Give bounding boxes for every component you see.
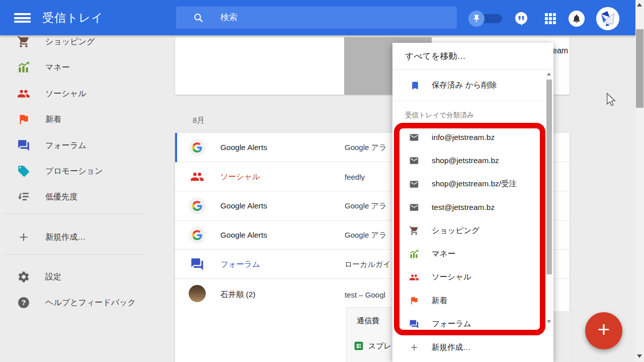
dropdown-item-label: ショッピング (432, 226, 479, 236)
people-icon[interactable] (189, 168, 206, 185)
sidebar-item-forums[interactable]: フォーラム (0, 132, 151, 159)
envelope-icon (409, 179, 419, 189)
flag-icon (409, 296, 419, 306)
email-snippet: Google アラ (345, 201, 393, 210)
shopping-cart-icon (17, 35, 30, 48)
notifications-button[interactable] (569, 11, 585, 27)
apps-grid-icon[interactable] (545, 13, 556, 24)
compose-fab-button[interactable]: + (585, 312, 622, 349)
email-snippet: Google アラ (345, 142, 393, 152)
sidebar-item-label: ショッピング (45, 37, 95, 47)
app-header: 受信トレイ 検索 (0, 0, 635, 35)
scroll-down-arrow-icon[interactable] (637, 354, 642, 358)
truncated-address-text: eam (552, 46, 568, 55)
plus-icon: + (585, 312, 622, 347)
money-chart-icon (409, 249, 419, 259)
google-logo-icon[interactable] (189, 197, 206, 214)
dropdown-item-remove-saved[interactable]: 保存済み から削除 (392, 70, 553, 101)
sidebar-item-lowpriority[interactable]: 低優先度 (0, 184, 151, 210)
search-placeholder: 検索 (220, 7, 237, 29)
dropdown-item-label-shop[interactable]: shop@jetstream.bz (392, 149, 553, 172)
scroll-up-arrow-icon[interactable] (637, 3, 642, 7)
dropdown-item-social[interactable]: ソーシャル (392, 266, 553, 289)
pin-toggle-knob[interactable] (468, 11, 485, 27)
sidebar-item-label: 設定 (45, 272, 61, 282)
dropdown-item-label-shop-orders[interactable]: shop@jetstream.bz/受注 (392, 173, 553, 196)
pushpin-icon (472, 14, 481, 23)
email-snippet: test – Googl (345, 291, 393, 299)
dropdown-item-label-test[interactable]: test@jetstream.bz (392, 196, 553, 219)
shopping-cart-icon (409, 226, 419, 236)
email-snippet: feedly (345, 172, 393, 181)
dropdown-item-create-new[interactable]: 新規作成… (392, 335, 553, 359)
envelope-icon (409, 132, 419, 142)
hangouts-button[interactable] (513, 11, 529, 27)
sidebar-item-settings[interactable]: 設定 (0, 264, 151, 290)
sidebar-item-money[interactable]: マネー (0, 54, 151, 81)
envelope-icon (409, 156, 419, 166)
tag-icon (17, 165, 30, 178)
dropdown-title[interactable]: すべてを移動… (392, 43, 553, 69)
conversation-subject: 通信費 (357, 316, 379, 326)
dropdown-item-money[interactable]: マネー (392, 242, 553, 265)
hangouts-icon (513, 11, 529, 27)
dropdown-item-label: test@jetstream.bz (432, 203, 495, 212)
plus-icon (17, 231, 30, 244)
scroll-down-arrow-icon[interactable] (547, 320, 551, 323)
app-screen: ショッピング マネー ソーシャル 新着 フォーラム プロモーション 低優先度 (0, 0, 644, 362)
page-title: 受信トレイ (42, 0, 104, 35)
scroll-up-arrow-icon[interactable] (547, 73, 551, 76)
dropdown-item-label: ソーシャル (432, 272, 471, 282)
google-logo-icon[interactable] (189, 139, 206, 156)
dropdown-item-label: 新規作成… (432, 342, 471, 353)
gear-icon (17, 270, 30, 283)
sidebar-divider (4, 213, 146, 214)
sidebar-item-create-new[interactable]: 新規作成… (0, 224, 151, 250)
google-logo-icon[interactable] (189, 227, 206, 244)
people-icon (409, 272, 419, 282)
mouse-cursor (605, 93, 617, 107)
flag-icon (17, 113, 30, 126)
email-sender: 石井順 (2) (220, 289, 256, 300)
people-icon (17, 87, 30, 100)
sidebar-item-help[interactable]: ヘルプとフィードバック (0, 289, 151, 316)
dropdown-item-label: マネー (432, 249, 455, 259)
bookmark-icon (410, 81, 420, 91)
sidebar-item-label: マネー (45, 62, 70, 73)
email-sender: Google Alerts (220, 201, 267, 210)
sidebar-item-social[interactable]: ソーシャル (0, 81, 151, 107)
account-avatar[interactable] (596, 7, 619, 30)
email-sender: フォーラム (220, 259, 260, 269)
move-to-dropdown: すべてを移動… 保存済み から削除 受信トレイで分類済み info@jetstr… (392, 43, 553, 362)
help-icon (17, 296, 30, 309)
sidebar-item-promos[interactable]: プロモーション (0, 158, 151, 184)
low-priority-icon (17, 190, 30, 203)
avatar[interactable] (189, 285, 206, 302)
dropdown-item-label: shop@jetstream.bz (432, 156, 499, 165)
dropdown-item-label-info[interactable]: info@jetstream.bz (392, 126, 553, 149)
forum-icon (17, 139, 30, 152)
sidebar-item-label: 新規作成… (45, 232, 86, 243)
sidebar-item-updates[interactable]: 新着 (0, 106, 151, 132)
attachment-chip[interactable]: スプレ (354, 341, 391, 351)
dropdown-item-forums[interactable]: フォーラム (392, 312, 553, 335)
sidebar-item-label: ヘルプとフィードバック (45, 298, 136, 308)
sidebar-item-label: プロモーション (45, 166, 103, 177)
forum-icon[interactable] (189, 256, 206, 273)
dropdown-scrollbar-thumb[interactable] (546, 80, 552, 274)
email-sender: ソーシャル (220, 171, 260, 182)
selection-bar (175, 133, 177, 162)
money-chart-icon (17, 61, 30, 74)
spreadsheet-icon (354, 341, 364, 351)
dropdown-item-label: 新着 (432, 296, 447, 306)
dropdown-item-shopping[interactable]: ショッピング (392, 219, 553, 242)
dropdown-item-label: 保存済み から削除 (432, 80, 497, 91)
plus-icon (409, 342, 419, 352)
sidebar-divider (4, 254, 146, 255)
hamburger-menu-icon[interactable] (14, 13, 31, 23)
dropdown-item-updates[interactable]: 新着 (392, 289, 553, 312)
browser-scrollbar[interactable] (635, 0, 644, 362)
email-snippet: ローカルガイ (345, 259, 393, 269)
search-input[interactable]: 検索 (176, 7, 457, 29)
scrollbar-thumb[interactable] (636, 29, 643, 108)
